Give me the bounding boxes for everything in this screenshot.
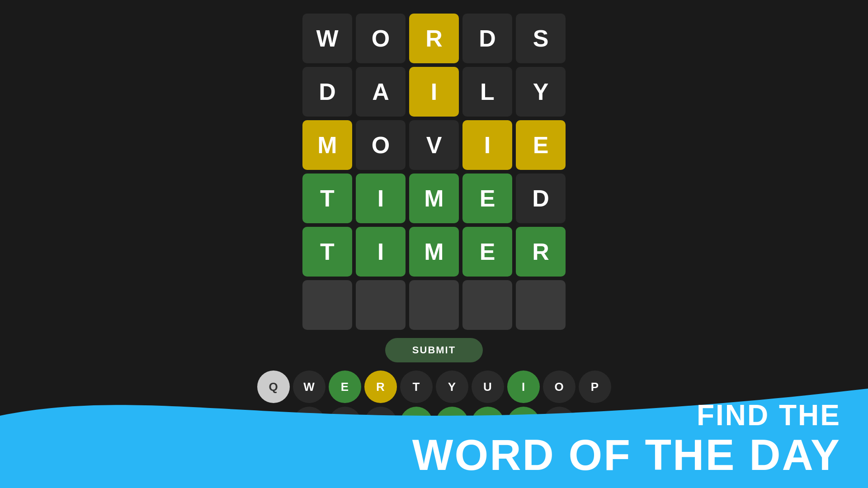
tile-r3-c1: I	[356, 174, 406, 223]
tile-r1-c2: I	[409, 67, 459, 117]
tile-r3-c4: D	[516, 174, 566, 223]
tile-r4-c4: R	[516, 227, 566, 277]
find-the-text: FIND THE	[412, 399, 841, 431]
tile-r2-c4: E	[516, 120, 566, 170]
tile-r5-c1	[356, 280, 406, 330]
tile-r2-c1: O	[356, 120, 406, 170]
tile-r4-c1: I	[356, 227, 406, 277]
tile-r5-c4	[516, 280, 566, 330]
tile-r5-c3	[462, 280, 512, 330]
tile-r0-c1: O	[356, 14, 406, 63]
grid-row-1: DAILY	[302, 67, 566, 117]
tile-r5-c0	[302, 280, 352, 330]
tile-r3-c3: E	[462, 174, 512, 223]
tile-r0-c2: R	[409, 14, 459, 63]
tile-r1-c3: L	[462, 67, 512, 117]
grid-row-0: WORDS	[302, 14, 566, 63]
grid-row-2: MOVIE	[302, 120, 566, 170]
tile-r4-c2: M	[409, 227, 459, 277]
tile-r1-c0: D	[302, 67, 352, 117]
tile-r2-c2: V	[409, 120, 459, 170]
bottom-banner: FIND THE WORD OF THE DAY	[0, 361, 868, 488]
grid-row-3: TIMED	[302, 174, 566, 223]
tile-r3-c2: M	[409, 174, 459, 223]
tile-r4-c0: T	[302, 227, 352, 277]
grid-row-5	[302, 280, 566, 330]
tile-r1-c4: Y	[516, 67, 566, 117]
tile-r2-c3: I	[462, 120, 512, 170]
tile-r1-c1: A	[356, 67, 406, 117]
word-grid: WORDSDAILYMOVIETIMEDTIMER	[302, 14, 566, 330]
tile-r5-c2	[409, 280, 459, 330]
tile-r0-c0: W	[302, 14, 352, 63]
tile-r0-c3: D	[462, 14, 512, 63]
tile-r3-c0: T	[302, 174, 352, 223]
tile-r2-c0: M	[302, 120, 352, 170]
tile-r0-c4: S	[516, 14, 566, 63]
banner-text-area: FIND THE WORD OF THE DAY	[412, 399, 841, 479]
tile-r4-c3: E	[462, 227, 512, 277]
word-of-day-text: WORD OF THE DAY	[412, 431, 841, 479]
grid-row-4: TIMER	[302, 227, 566, 277]
submit-button[interactable]: SUBMIT	[385, 338, 483, 362]
